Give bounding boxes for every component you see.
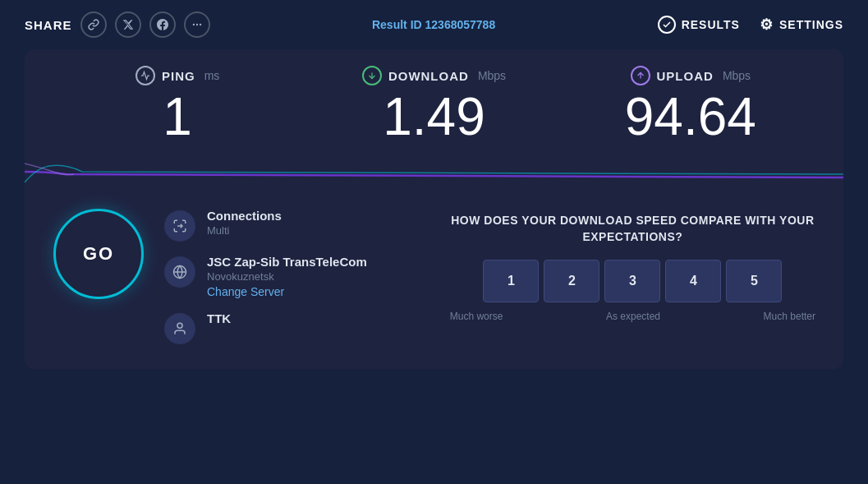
rating-question: HOW DOES YOUR DOWNLOAD SPEED COMPARE WIT… [447,213,819,245]
rating-label-left: Much worse [447,311,503,322]
settings-gear-icon: ⚙ [760,16,774,34]
upload-title: UPLOAD [657,69,714,83]
globe-icon [164,256,195,288]
svg-point-2 [199,24,200,25]
svg-point-8 [177,323,182,328]
share-more-button[interactable] [184,12,210,38]
isp-row: JSC Zap-Sib TransTeleCom Novokuznetsk Ch… [164,255,430,298]
go-label: GO [83,243,114,265]
user-label: TTK [207,311,231,325]
download-icon [362,66,382,85]
download-block: DOWNLOAD Mbps 1.49 [305,66,562,143]
rating-btn-5[interactable]: 5 [726,260,782,302]
rating-buttons: 1 2 3 4 5 [483,260,782,302]
download-unit: Mbps [478,69,506,82]
results-button[interactable]: RESULTS [658,16,740,34]
upload-value: 94.64 [625,90,756,143]
rating-btn-4[interactable]: 4 [665,260,721,302]
bottom-section: GO Connections Multi [49,192,819,353]
upload-unit: Mbps [723,69,751,82]
rating-labels: Much worse As expected Much better [447,311,819,322]
ping-icon [135,66,155,85]
connections-text: Connections Multi [207,209,282,237]
user-icon [164,313,195,344]
upload-label-row: UPLOAD Mbps [631,66,751,85]
ping-title: PING [162,69,195,83]
upload-block: UPLOAD Mbps 94.64 [563,66,819,143]
rating-btn-1[interactable]: 1 [483,260,539,302]
user-row: TTK [164,311,430,344]
isp-text: JSC Zap-Sib TransTeleCom Novokuznetsk Ch… [207,255,367,298]
result-id-value[interactable]: 12368057788 [425,18,496,31]
download-label-row: DOWNLOAD Mbps [362,66,506,85]
svg-point-1 [195,24,197,25]
main-content: PING ms 1 DOWNLOAD Mbps 1.49 [25,49,843,369]
app-container: SHARE [0,0,868,484]
change-server-link[interactable]: Change Server [207,285,367,298]
rating-btn-3[interactable]: 3 [604,260,660,302]
result-prefix: Result ID [372,18,422,31]
user-text: TTK [207,311,231,325]
isp-name: JSC Zap-Sib TransTeleCom [207,255,367,269]
location: Novokuznetsk [207,270,367,283]
share-link-button[interactable] [80,12,107,38]
share-section: SHARE [25,12,210,38]
results-label: RESULTS [682,18,740,31]
ping-unit: ms [204,69,220,82]
stats-row: PING ms 1 DOWNLOAD Mbps 1.49 [49,66,819,143]
rating-label-center: As expected [606,311,660,322]
ping-block: PING ms 1 [49,66,305,143]
ping-label-row: PING ms [135,66,219,85]
connections-icon [164,210,195,242]
results-icon [658,16,676,34]
rating-label-right: Much better [764,311,819,322]
ping-value: 1 [163,90,192,143]
rating-section: HOW DOES YOUR DOWNLOAD SPEED COMPARE WIT… [447,209,819,322]
go-button-container: GO [49,209,148,299]
settings-label: SETTINGS [779,18,843,31]
share-facebook-button[interactable] [149,12,176,38]
wave-separator [25,151,843,192]
connections-value: Multi [207,224,282,237]
top-bar: SHARE [0,0,868,49]
settings-button[interactable]: ⚙ SETTINGS [760,16,843,34]
connections-row: Connections Multi [164,209,430,242]
result-id: Result ID 12368057788 [372,18,495,31]
svg-point-0 [192,24,194,25]
share-twitter-button[interactable] [115,12,141,38]
share-label: SHARE [25,18,72,32]
rating-btn-2[interactable]: 2 [544,260,599,302]
connection-info: Connections Multi JSC Zap-Sib Tra [164,209,430,344]
download-value: 1.49 [383,90,485,143]
right-nav: RESULTS ⚙ SETTINGS [658,16,843,34]
connections-label: Connections [207,209,282,223]
download-title: DOWNLOAD [388,69,469,83]
upload-icon [631,66,650,85]
go-button[interactable]: GO [53,209,144,299]
